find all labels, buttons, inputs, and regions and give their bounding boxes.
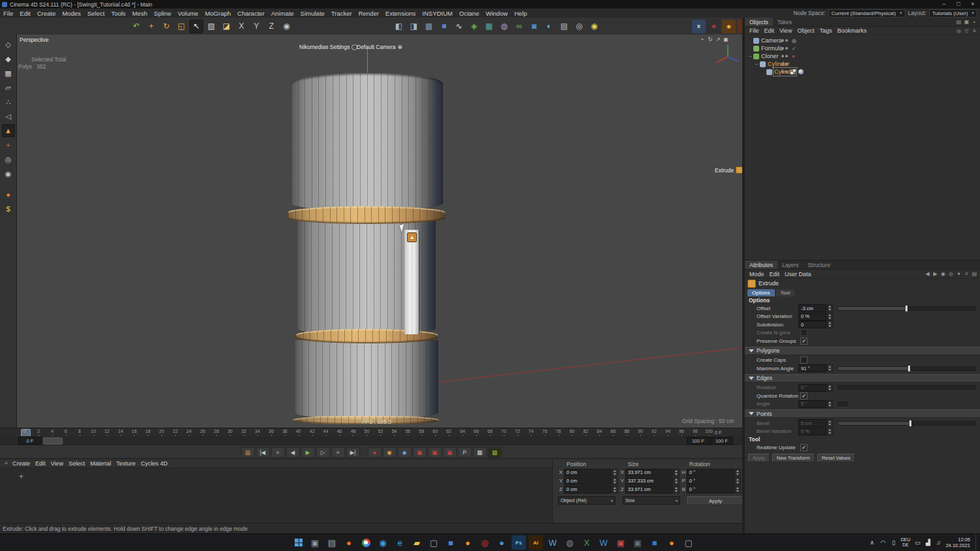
record-button[interactable]: ● — [368, 447, 382, 458]
language-indicator[interactable]: DEU DE — [901, 537, 911, 548]
points-mode-icon[interactable]: ∴ — [2, 95, 15, 108]
taskbar-app-6[interactable]: ● — [495, 535, 509, 550]
attr-menu-mode[interactable]: Mode — [747, 271, 767, 277]
subdivision-input[interactable]: 0 — [798, 321, 826, 328]
taskbar-clock[interactable]: 12:05 24.10.2021 — [945, 537, 970, 548]
mograph-cloner-icon[interactable]: ◈ — [467, 20, 481, 33]
quantize-rotation-checkbox[interactable]: ✓ — [800, 392, 808, 400]
z-axis-lock-icon[interactable]: Z — [265, 20, 278, 33]
scale-tool-icon[interactable]: ◱ — [174, 20, 188, 33]
coord-input-size-x[interactable]: 33.971 cm — [625, 469, 673, 477]
axis-mode-icon[interactable]: + — [2, 138, 15, 151]
xparticles-icon[interactable]: X — [692, 20, 706, 33]
preserve-groups-checkbox[interactable]: ✓ — [800, 338, 808, 345]
tab-structure[interactable]: Structure — [803, 260, 835, 269]
attr-menu-edit[interactable]: Edit — [767, 271, 783, 277]
create-caps-checkbox[interactable] — [800, 356, 808, 364]
render-picture-viewer-icon[interactable]: ◨ — [407, 20, 421, 33]
view-label-menu[interactable]: Perspective — [20, 37, 48, 43]
volume-icon[interactable]: ♫ — [934, 539, 942, 546]
close-button[interactable]: × — [966, 0, 980, 8]
material-menu-texture[interactable]: Texture — [114, 460, 139, 467]
om-menu-tags[interactable]: Tags — [817, 27, 834, 34]
cylinder-bottom-section[interactable] — [295, 340, 438, 419]
tray-expand-icon[interactable]: ∧ — [868, 539, 876, 546]
object-row-camera[interactable]: Camera◎ — [745, 37, 980, 44]
menu-window[interactable]: Window — [482, 10, 511, 17]
firefox-icon[interactable]: ● — [342, 535, 356, 550]
rotate-tool-icon[interactable]: ↻ — [159, 20, 173, 33]
rect-selection-icon[interactable]: ▧ — [204, 20, 218, 33]
coords-apply-button[interactable]: Apply — [687, 496, 743, 505]
prev-key-button[interactable]: « — [271, 447, 285, 458]
om-menu-bookmarks[interactable]: Bookmarks — [834, 27, 869, 34]
hud-camera-button[interactable]: Default Camera ⊕ — [357, 44, 402, 50]
bevel-slider[interactable] — [838, 421, 976, 426]
om-list-icon[interactable]: ≡ — [971, 27, 978, 35]
editor-visibility-dot[interactable] — [781, 47, 784, 50]
xparticles-disable-icon[interactable]: ⊘ — [707, 20, 721, 33]
attr-pin-icon[interactable]: ◉ — [939, 270, 947, 277]
selection-filter-icon[interactable]: ◪ — [220, 20, 233, 33]
tab-takes[interactable]: Takes — [773, 18, 796, 26]
section-points[interactable]: Points — [745, 409, 980, 418]
tab-objects[interactable]: Objects — [745, 18, 773, 26]
rotation-slider[interactable] — [838, 385, 976, 390]
coord-stepper[interactable] — [612, 469, 618, 477]
size-mode-dropdown[interactable]: Size ▾ — [623, 496, 680, 505]
expand-icon[interactable]: − — [754, 61, 760, 67]
range-end-input[interactable]: 100 F — [687, 437, 710, 445]
om-menu-file[interactable]: File — [747, 27, 762, 34]
coord-input-position-y[interactable]: 0 cm — [564, 477, 612, 485]
offset-stepper[interactable] — [827, 304, 833, 312]
disabled-cross-icon[interactable]: × — [792, 54, 795, 59]
editor-visibility-dot[interactable] — [781, 71, 784, 73]
viewport-zoom-icon[interactable]: ↗ — [715, 36, 721, 42]
range-end-input-2[interactable]: 100 F — [710, 437, 733, 445]
taskbar-app-7[interactable]: W — [546, 535, 560, 550]
new-transform-button[interactable]: New Transform — [772, 454, 815, 462]
attr-dropdown-icon[interactable]: ▾ — [955, 270, 962, 277]
menu-render[interactable]: Render — [355, 10, 382, 17]
live-selection-icon[interactable]: ↖ — [189, 20, 203, 33]
playback-settings-button[interactable]: ▧ — [488, 447, 502, 458]
move-tool-icon[interactable]: + — [144, 20, 158, 33]
render-visibility-dot[interactable] — [785, 63, 788, 65]
menu-extensions[interactable]: Extensions — [382, 10, 419, 17]
layout-dropdown[interactable]: Tutorials (User) ▾ — [929, 9, 977, 18]
menu-insydium[interactable]: INSYDIUM — [419, 10, 455, 17]
next-key-button[interactable]: » — [331, 447, 345, 458]
record-parameter-button[interactable]: P — [458, 447, 472, 458]
maximum-angle-slider[interactable] — [838, 366, 976, 371]
object-row-cylinder[interactable]: −Cylinder — [745, 60, 980, 68]
range-slider-handle[interactable] — [43, 437, 63, 445]
add-cube-icon[interactable]: ■ — [437, 20, 451, 33]
record-pla-button[interactable]: ▦ — [473, 447, 487, 458]
coord-input-rotation-p[interactable]: 0 ° — [687, 477, 734, 485]
new-material-button[interactable]: + — [17, 472, 25, 480]
maximum-angle-input[interactable]: 91 ° — [798, 364, 826, 372]
taskbar-app-2[interactable]: ▤ — [325, 535, 339, 550]
section-polygons[interactable]: Polygons — [745, 347, 980, 355]
volume-icon[interactable]: ◙ — [527, 20, 541, 33]
taskbar-app-10[interactable]: ▣ — [630, 535, 645, 550]
maximize-button[interactable]: □ — [951, 0, 966, 8]
menu-animate[interactable]: Animate — [268, 10, 297, 17]
simulation-icon[interactable]: ∞ — [512, 20, 526, 33]
object-mode-dropdown[interactable]: Object (Rel) ▾ — [558, 496, 615, 505]
editor-visibility-dot[interactable] — [781, 55, 784, 57]
enabled-check-icon[interactable]: ✓ — [792, 46, 796, 52]
word-icon[interactable]: W — [596, 535, 611, 550]
play-button[interactable]: ▶ — [301, 447, 315, 458]
light-icon[interactable]: ◉ — [587, 20, 601, 33]
start-button[interactable] — [291, 535, 306, 550]
tool-tab-options[interactable]: Options — [747, 289, 775, 296]
node-space-dropdown[interactable]: Current (Standard/Physical) ▾ — [828, 9, 906, 18]
attr-menu-user-data[interactable]: User Data — [782, 271, 814, 277]
taskbar-app-11[interactable]: ■ — [647, 535, 662, 550]
angle-input[interactable]: 5 ° — [798, 400, 826, 408]
coordinate-system-icon[interactable]: ◉ — [280, 20, 293, 33]
object-row-formula[interactable]: Formula✓ — [745, 44, 980, 52]
menu-tools[interactable]: Tools — [108, 10, 129, 17]
menu-mesh[interactable]: Mesh — [129, 10, 150, 17]
